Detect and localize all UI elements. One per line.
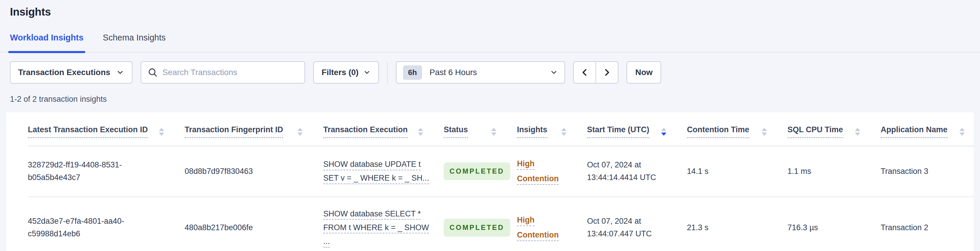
column-header-label: Transaction Fingerprint ID xyxy=(185,125,283,138)
column-header-label: Start Time (UTC) xyxy=(587,125,649,138)
sort-icon[interactable] xyxy=(561,128,566,136)
latest-transaction-execution-id-cell: 328729d2-ff19-4408-8531-b05a5b4e43c7 xyxy=(28,146,185,197)
status-cell: COMPLETED xyxy=(444,197,517,251)
status-cell: COMPLETED xyxy=(444,146,517,197)
sort-icon[interactable] xyxy=(855,128,860,136)
application-name-cell: Transaction 2 xyxy=(881,197,974,251)
search-box[interactable] xyxy=(141,61,305,83)
contention-time-cell: 14.1 s xyxy=(687,146,788,197)
workload-type-label: Transaction Executions xyxy=(18,68,110,77)
insights-cell: High Contention xyxy=(517,146,587,197)
toolbar-divider xyxy=(387,61,388,83)
column-header-contention_time[interactable]: Contention Time xyxy=(687,112,788,146)
column-header-label: Application Name xyxy=(881,125,947,138)
column-header-insights[interactable]: Insights xyxy=(517,112,587,146)
column-header-label: Insights xyxy=(517,125,547,138)
chevron-right-icon xyxy=(602,68,612,77)
column-header-execution_id[interactable]: Latest Transaction Execution ID xyxy=(28,112,185,146)
toolbar: Transaction Executions Filters (0) 6h Pa… xyxy=(10,61,970,83)
chevron-down-icon xyxy=(363,69,371,76)
transaction-fingerprint-id-cell: 480a8b217be006fe xyxy=(185,197,323,251)
transaction-execution-cell: SHOW database SELECT * FROM t WHERE k = … xyxy=(323,197,444,251)
column-header-label: SQL CPU Time xyxy=(788,125,843,138)
tab-workload-insights[interactable]: Workload Insights xyxy=(10,33,84,52)
table-row: 452da3e7-e7fa-4801-aa40-c59988d14eb6 480… xyxy=(28,197,974,251)
next-time-range-button[interactable] xyxy=(595,61,618,83)
insight-link[interactable]: High Contention xyxy=(517,216,558,239)
latest-transaction-execution-id-cell: 452da3e7-e7fa-4801-aa40-c59988d14eb6 xyxy=(28,197,185,251)
now-button[interactable]: Now xyxy=(627,61,661,83)
sort-icon[interactable] xyxy=(762,128,767,136)
table-header-row: Latest Transaction Execution ID Transact… xyxy=(28,112,974,146)
time-range-pager xyxy=(573,61,618,83)
column-header-execution[interactable]: Transaction Execution xyxy=(323,112,444,146)
sort-icon[interactable] xyxy=(159,128,164,136)
column-header-label: Latest Transaction Execution ID xyxy=(28,125,148,138)
column-header-sql_cpu_time[interactable]: SQL CPU Time xyxy=(788,112,881,146)
column-header-label: Status xyxy=(444,125,468,138)
column-header-label: Contention Time xyxy=(687,125,749,138)
status-badge: COMPLETED xyxy=(444,163,510,180)
time-range-badge: 6h xyxy=(403,66,422,80)
insight-link[interactable]: High Contention xyxy=(517,159,558,183)
sort-icon[interactable] xyxy=(959,128,965,136)
time-range-picker[interactable]: 6h Past 6 Hours xyxy=(396,61,565,83)
sort-icon[interactable] xyxy=(298,128,303,136)
tab-bar: Workload Insights Schema Insights xyxy=(0,33,980,53)
time-range-label: Past 6 Hours xyxy=(430,68,542,77)
sort-icon[interactable] xyxy=(661,128,667,136)
column-header-application_name[interactable]: Application Name xyxy=(881,112,974,146)
transaction-execution-link[interactable]: SHOW database SELECT * FROM t WHERE k = … xyxy=(323,209,429,246)
column-header-fingerprint_id[interactable]: Transaction Fingerprint ID xyxy=(185,112,323,146)
table-row: 328729d2-ff19-4408-8531-b05a5b4e43c7 08d… xyxy=(28,146,974,197)
transaction-execution-link[interactable]: SHOW database UPDATE t SET v = _ WHERE k… xyxy=(323,160,429,182)
column-header-status[interactable]: Status xyxy=(444,112,517,146)
column-header-label: Transaction Execution xyxy=(323,125,408,138)
sql-cpu-time-cell: 716.3 µs xyxy=(788,197,881,251)
column-header-start_time[interactable]: Start Time (UTC) xyxy=(587,112,687,146)
contention-time-cell: 21.3 s xyxy=(687,197,788,251)
filters-button[interactable]: Filters (0) xyxy=(313,61,379,83)
sort-icon[interactable] xyxy=(418,128,423,136)
sql-cpu-time-cell: 1.1 ms xyxy=(788,146,881,197)
insights-cell: High Contention xyxy=(517,197,587,251)
results-summary: 1-2 of 2 transaction insights xyxy=(10,95,970,104)
page-title: Insights xyxy=(0,0,980,18)
transaction-fingerprint-id-cell: 08d8b7d97f830463 xyxy=(185,146,323,197)
previous-time-range-button[interactable] xyxy=(573,61,596,83)
search-input[interactable] xyxy=(162,68,298,77)
chevron-left-icon xyxy=(580,68,589,77)
status-badge: COMPLETED xyxy=(444,219,510,237)
chevron-down-icon xyxy=(550,68,558,77)
insights-table: Latest Transaction Execution ID Transact… xyxy=(28,112,974,251)
workload-type-dropdown[interactable]: Transaction Executions xyxy=(10,61,132,83)
transaction-execution-cell: SHOW database UPDATE t SET v = _ WHERE k… xyxy=(323,146,444,197)
insights-table-container: Latest Transaction Execution ID Transact… xyxy=(6,112,974,251)
chevron-down-icon xyxy=(116,68,124,77)
start-time-cell: Oct 07, 2024 at 13:44:14.4414 UTC xyxy=(587,146,687,197)
sort-icon[interactable] xyxy=(491,128,496,136)
application-name-cell: Transaction 3 xyxy=(881,146,974,197)
tab-schema-insights[interactable]: Schema Insights xyxy=(103,33,165,52)
filters-label: Filters (0) xyxy=(321,68,358,77)
start-time-cell: Oct 07, 2024 at 13:44:07.447 UTC xyxy=(587,197,687,251)
search-icon xyxy=(148,67,158,77)
